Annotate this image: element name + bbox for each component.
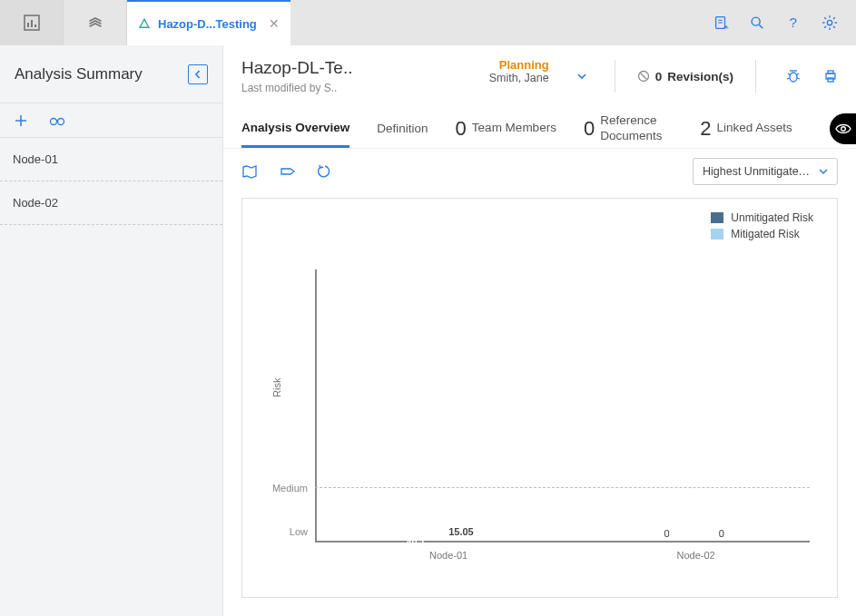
analysis-tabs: Analysis Overview Definition 0 Team Memb… [223, 109, 856, 149]
tab-button-dashboard[interactable] [0, 0, 64, 45]
file-tab-active[interactable]: Hazop-D...Testing ✕ [127, 0, 290, 45]
left-header: Analysis Summary [0, 45, 222, 103]
gridline-label: Low [290, 526, 315, 537]
legend-swatch [711, 212, 723, 223]
gear-icon[interactable] [822, 15, 838, 31]
svg-text:?: ? [790, 15, 798, 30]
node-item[interactable]: Node-02 [0, 181, 222, 225]
file-tab-label: Hazop-D...Testing [158, 17, 261, 31]
body: Analysis Summary Node-01 Node-02 [0, 45, 856, 616]
bar-value: 0 [664, 528, 670, 539]
preview-badge[interactable] [830, 113, 856, 144]
chevron-left-icon [193, 70, 202, 79]
left-title: Analysis Summary [15, 65, 188, 83]
binoculars-icon [49, 114, 65, 127]
legend: Unmitigated Risk Mitigated Risk [711, 211, 813, 244]
legend-label: Mitigated Risk [731, 228, 799, 240]
refresh-button[interactable] [318, 164, 332, 179]
tab-linked-assets[interactable]: 2 Linked Assets [700, 109, 792, 148]
bar-value: 0 [719, 528, 724, 539]
plot-area: Risk Medium Low 40.1 [315, 269, 810, 543]
legend-item-unmitigated: Unmitigated Risk [711, 211, 813, 224]
tab-count: 0 [456, 117, 467, 141]
tab-label: Linked Assets [716, 121, 792, 135]
y-axis-label: Risk [271, 377, 282, 396]
svg-point-11 [827, 20, 831, 24]
status-dropdown[interactable] [571, 65, 593, 87]
tab-reference-docs[interactable]: 0 Reference Documents [584, 109, 673, 148]
svg-rect-35 [828, 71, 833, 73]
tab-label: Analysis Overview [241, 121, 349, 134]
header-actions [778, 69, 838, 83]
svg-line-9 [759, 24, 763, 28]
separator [755, 60, 756, 93]
plus-icon [15, 114, 27, 127]
bars: 40.1 15.05 Node-01 0 0 Node-02 [315, 269, 810, 543]
chevron-down-icon [819, 167, 828, 176]
tag-button[interactable] [280, 165, 296, 178]
node-item-label: Node-02 [13, 196, 58, 210]
view-button[interactable] [49, 114, 65, 127]
tab-label: Team Members [472, 121, 556, 135]
chart-toolbar: Highest Unmitigated R [223, 149, 856, 194]
x-tick-label: Node-01 [335, 543, 563, 561]
print-icon[interactable] [823, 69, 838, 83]
sort-label: Highest Unmitigated R [703, 165, 812, 178]
node-list: Node-01 Node-02 [0, 138, 222, 616]
close-icon[interactable]: ✕ [269, 16, 280, 31]
app-root: Hazop-D...Testing ✕ + ? Analysis Summary [0, 0, 856, 616]
chart-container: Unmitigated Risk Mitigated Risk Risk Med… [241, 198, 838, 598]
svg-point-25 [841, 127, 846, 132]
collapse-panel-button[interactable] [188, 64, 208, 84]
bug-icon[interactable] [785, 69, 802, 83]
svg-rect-1 [27, 23, 29, 27]
status-block: Planning Smith, Jane [489, 58, 555, 84]
node-item[interactable]: Node-01 [0, 138, 222, 181]
tab-count: 2 [700, 117, 711, 141]
user-name: Smith, Jane [489, 72, 549, 84]
tab-analysis-overview[interactable]: Analysis Overview [241, 109, 349, 148]
map-view-button[interactable] [241, 164, 258, 179]
svg-point-23 [58, 118, 64, 124]
bar-chart-icon [23, 14, 41, 32]
tab-strip: Hazop-D...Testing ✕ + ? [0, 0, 856, 45]
svg-rect-2 [31, 20, 33, 27]
svg-point-22 [51, 118, 57, 124]
gridline-label: Medium [272, 483, 315, 494]
tab-label: Definition [377, 122, 428, 135]
eye-icon [835, 122, 851, 135]
sort-dropdown[interactable]: Highest Unmitigated R [693, 158, 838, 185]
triangle-icon [138, 17, 151, 30]
help-icon[interactable]: ? [785, 15, 802, 31]
left-panel: Analysis Summary Node-01 Node-02 [0, 45, 223, 616]
page-subtitle: Last modified by S.. [241, 82, 353, 94]
bar-value: 15.05 [448, 526, 474, 537]
main-panel: Hazop-DL-Te.. Last modified by S.. Plann… [223, 45, 856, 616]
tab-team-members[interactable]: 0 Team Members [456, 109, 556, 148]
clipboard-icon[interactable]: + [713, 15, 729, 31]
svg-rect-3 [34, 24, 36, 27]
svg-point-28 [790, 73, 797, 82]
revisions-button[interactable]: 0 Revision(s) [637, 70, 733, 83]
svg-text:+: + [725, 24, 730, 31]
revisions-label: Revision(s) [667, 70, 733, 83]
header: Hazop-DL-Te.. Last modified by S.. Plann… [223, 45, 856, 94]
svg-line-16 [824, 17, 826, 19]
revisions-count: 0 [655, 70, 663, 83]
left-toolbar [0, 103, 222, 138]
svg-line-32 [787, 78, 790, 79]
tab-definition[interactable]: Definition [377, 109, 428, 148]
page-title: Hazop-DL-Te.. [241, 58, 353, 78]
tab-count: 0 [584, 117, 595, 141]
tab-button-stack[interactable] [64, 0, 127, 45]
svg-line-27 [640, 73, 646, 80]
add-node-button[interactable] [15, 114, 27, 127]
svg-rect-36 [828, 78, 833, 82]
topbar-actions: + ? [694, 0, 856, 45]
chevron-down-icon [576, 71, 587, 82]
svg-point-8 [752, 17, 760, 25]
separator [615, 60, 615, 93]
search-icon[interactable] [749, 15, 765, 31]
x-tick-label: Node-02 [582, 543, 810, 561]
svg-line-33 [797, 78, 800, 79]
